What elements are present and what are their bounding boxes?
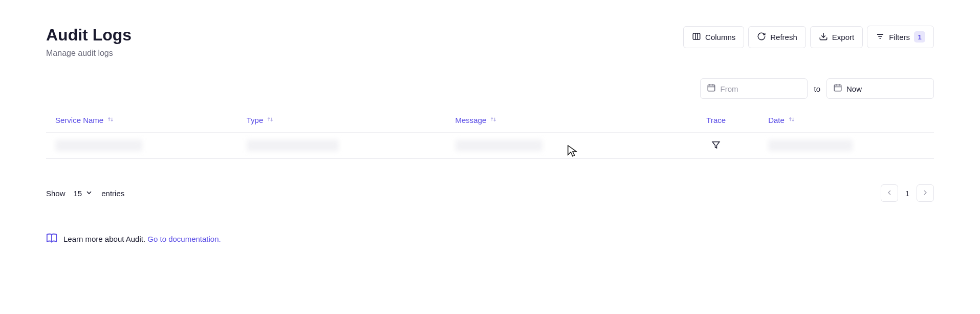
cell-message bbox=[455, 140, 664, 151]
page-size-select[interactable]: 15 bbox=[70, 186, 98, 200]
column-date[interactable]: Date bbox=[768, 115, 925, 125]
redacted-content bbox=[247, 140, 339, 151]
show-label: Show bbox=[46, 189, 66, 198]
sort-icon bbox=[788, 115, 796, 125]
column-trace: Trace bbox=[664, 115, 768, 125]
prev-page-button[interactable] bbox=[881, 184, 898, 202]
svg-rect-7 bbox=[708, 85, 715, 91]
export-button[interactable]: Export bbox=[810, 26, 863, 48]
chevron-down-icon bbox=[85, 189, 93, 198]
redacted-content bbox=[768, 140, 853, 151]
sort-icon bbox=[489, 115, 497, 125]
columns-label: Columns bbox=[705, 33, 735, 41]
svg-rect-11 bbox=[834, 85, 841, 91]
next-page-button[interactable] bbox=[917, 184, 934, 202]
date-to-input[interactable] bbox=[826, 78, 934, 99]
chevron-left-icon bbox=[885, 189, 894, 198]
filters-label: Filters bbox=[889, 33, 910, 41]
column-message[interactable]: Message bbox=[455, 115, 664, 125]
column-service-name[interactable]: Service Name bbox=[55, 115, 247, 125]
columns-icon bbox=[692, 32, 701, 43]
cell-trace bbox=[664, 140, 768, 151]
page-subtitle: Manage audit logs bbox=[46, 49, 132, 58]
page-title: Audit Logs bbox=[46, 26, 132, 45]
audit-table: Service Name Type Message Trace Date bbox=[46, 108, 934, 159]
refresh-button[interactable]: Refresh bbox=[748, 26, 806, 48]
entries-label: entries bbox=[101, 189, 124, 198]
documentation-row: Learn more about Audit. Go to documentat… bbox=[46, 233, 934, 245]
doc-text: Learn more about Audit. bbox=[63, 235, 145, 243]
cell-date bbox=[768, 140, 925, 151]
cell-service-name bbox=[55, 140, 247, 151]
book-open-icon bbox=[46, 233, 57, 245]
page-size-control: Show 15 entries bbox=[46, 186, 124, 200]
svg-marker-15 bbox=[712, 142, 720, 148]
page-size-value: 15 bbox=[74, 189, 82, 198]
doc-link[interactable]: Go to documentation. bbox=[147, 235, 221, 243]
column-label: Date bbox=[768, 116, 785, 124]
table-header: Service Name Type Message Trace Date bbox=[46, 108, 934, 133]
refresh-label: Refresh bbox=[770, 33, 797, 41]
column-type[interactable]: Type bbox=[247, 115, 455, 125]
calendar-icon bbox=[833, 83, 842, 94]
date-range-row: to bbox=[46, 78, 934, 99]
date-to-field[interactable] bbox=[846, 85, 927, 93]
export-label: Export bbox=[832, 33, 854, 41]
column-label: Type bbox=[247, 116, 264, 124]
sort-icon bbox=[106, 115, 115, 125]
column-label: Message bbox=[455, 116, 487, 124]
columns-button[interactable]: Columns bbox=[683, 26, 744, 48]
funnel-icon[interactable] bbox=[711, 140, 721, 151]
svg-rect-0 bbox=[693, 33, 700, 39]
pagination: 1 bbox=[881, 184, 934, 202]
date-to-label: to bbox=[814, 85, 820, 93]
chevron-right-icon bbox=[921, 189, 929, 198]
date-from-field[interactable] bbox=[720, 85, 801, 93]
filters-button[interactable]: Filters 1 bbox=[867, 26, 934, 48]
table-row[interactable] bbox=[46, 133, 934, 159]
redacted-content bbox=[55, 140, 142, 151]
download-icon bbox=[819, 32, 828, 43]
toolbar: Columns Refresh Export Filters 1 bbox=[683, 26, 934, 48]
cell-type bbox=[247, 140, 455, 151]
date-from-input[interactable] bbox=[700, 78, 808, 99]
sort-icon bbox=[266, 115, 274, 125]
calendar-icon bbox=[707, 83, 716, 94]
filters-count-badge: 1 bbox=[914, 31, 925, 43]
filter-icon bbox=[876, 32, 885, 43]
current-page: 1 bbox=[902, 189, 912, 198]
refresh-icon bbox=[757, 32, 766, 43]
redacted-content bbox=[455, 140, 542, 151]
column-label: Service Name bbox=[55, 116, 103, 124]
column-label: Trace bbox=[706, 116, 726, 124]
